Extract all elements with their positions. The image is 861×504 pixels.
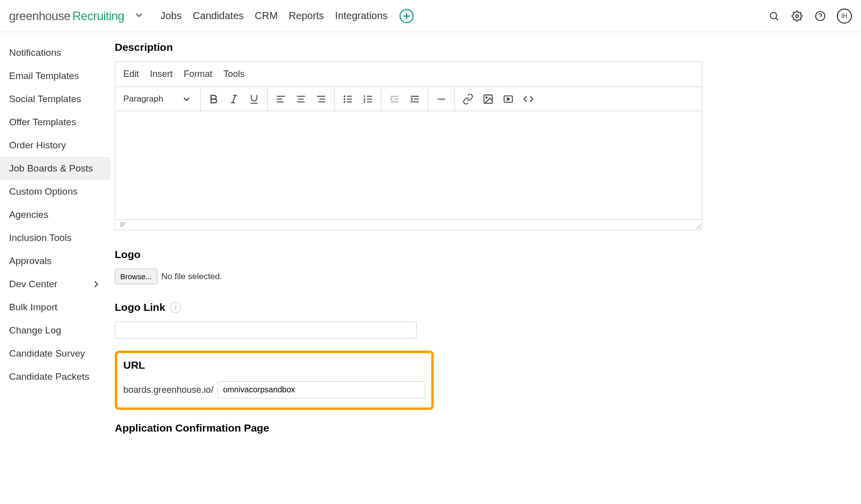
logo-heading: Logo [115, 248, 702, 261]
svg-line-3 [776, 18, 778, 20]
logo-link-input[interactable] [115, 321, 417, 339]
sidebar-item-offer-templates[interactable]: Offer Templates [0, 111, 111, 134]
editor-menu-insert[interactable]: Insert [150, 69, 173, 79]
align-left-button[interactable] [271, 89, 291, 109]
sidebar-item-candidate-packets[interactable]: Candidate Packets [0, 365, 111, 388]
url-slug-input[interactable] [217, 381, 425, 398]
description-heading: Description [115, 41, 702, 53]
search-button[interactable] [767, 10, 780, 23]
sidebar-item-label: Candidate Survey [9, 348, 85, 359]
horizontal-rule-icon [436, 94, 447, 105]
indent-button[interactable] [405, 89, 425, 109]
nav-jobs[interactable]: Jobs [161, 10, 182, 22]
align-left-icon [275, 94, 286, 105]
sidebar-item-social-templates[interactable]: Social Templates [0, 88, 111, 111]
outdent-icon [389, 94, 400, 105]
editor-menu-tools[interactable]: Tools [223, 69, 245, 79]
block-format-dropdown[interactable]: Paragraph [115, 87, 201, 111]
sidebar-item-candidate-survey[interactable]: Candidate Survey [0, 342, 111, 365]
nav-candidates[interactable]: Candidates [193, 10, 244, 22]
numbered-list-button[interactable]: 123 [358, 89, 378, 109]
avatar-initials: IH [841, 13, 847, 20]
sidebar-item-dev-center[interactable]: Dev Center [0, 273, 111, 296]
sidebar-item-change-log[interactable]: Change Log [0, 319, 111, 342]
editor-status-bar: P [115, 220, 702, 230]
horizontal-rule-button[interactable] [431, 89, 451, 109]
editor-path: P [120, 221, 125, 229]
add-button[interactable] [400, 9, 414, 23]
chevron-down-icon [181, 94, 192, 105]
sidebar-item-label: Email Templates [9, 70, 79, 81]
image-button[interactable] [478, 89, 498, 109]
svg-line-9 [232, 95, 236, 103]
sidebar-item-label: Custom Options [9, 186, 77, 197]
bold-button[interactable] [204, 89, 224, 109]
editor-menu-edit[interactable]: Edit [123, 69, 139, 79]
align-center-button[interactable] [291, 89, 311, 109]
top-bar: greenhouse Recruiting Jobs Candidates CR… [0, 0, 861, 32]
sidebar-item-label: Offer Templates [9, 117, 76, 128]
svg-point-20 [344, 96, 345, 97]
nav-reports[interactable]: Reports [289, 10, 324, 22]
bullet-list-button[interactable] [338, 89, 358, 109]
underline-button[interactable] [244, 89, 264, 109]
sidebar-item-label: Inclusion Tools [9, 232, 71, 243]
sidebar-item-job-boards-posts[interactable]: Job Boards & Posts [0, 157, 111, 180]
image-icon [483, 94, 494, 105]
description-editor: Edit Insert Format Tools Paragraph [115, 61, 702, 230]
sidebar-item-approvals[interactable]: Approvals [0, 249, 111, 273]
sidebar-item-bulk-import[interactable]: Bulk Import [0, 296, 111, 319]
nav-integrations[interactable]: Integrations [335, 10, 388, 22]
org-switcher-chevron[interactable] [133, 10, 144, 23]
svg-point-4 [796, 15, 799, 18]
sidebar-item-agencies[interactable]: Agencies [0, 203, 111, 226]
outdent-button[interactable] [384, 89, 405, 109]
avatar[interactable]: IH [837, 9, 852, 24]
italic-button[interactable] [224, 89, 244, 109]
logo[interactable]: greenhouse Recruiting [9, 9, 124, 23]
numbered-list-icon: 123 [362, 94, 373, 105]
svg-point-40 [486, 97, 487, 98]
sidebar-item-label: Social Templates [9, 94, 81, 105]
sidebar-item-email-templates[interactable]: Email Templates [0, 64, 111, 88]
url-heading: URL [123, 359, 425, 371]
sidebar-item-label: Change Log [9, 325, 61, 336]
logo-text-greenhouse: greenhouse [9, 9, 70, 23]
browse-button[interactable]: Browse... [115, 269, 158, 284]
url-prefix-text: boards.greenhouse.io/ [123, 385, 213, 395]
sidebar-item-label: Dev Center [9, 279, 57, 290]
code-button[interactable] [518, 89, 538, 109]
sidebar-item-notifications[interactable]: Notifications [0, 41, 111, 64]
link-icon [462, 94, 474, 105]
main-content: Description Edit Insert Format Tools Par… [111, 32, 715, 442]
sidebar-item-label: Agencies [9, 209, 48, 220]
topbar-right: IH [767, 9, 852, 24]
link-button[interactable] [458, 89, 478, 109]
block-format-label: Paragraph [123, 94, 163, 104]
bold-icon [208, 94, 219, 105]
sidebar-item-custom-options[interactable]: Custom Options [0, 180, 111, 203]
svg-point-21 [344, 99, 345, 100]
logo-link-info-button[interactable]: i [170, 302, 181, 313]
code-icon [523, 94, 534, 105]
resize-handle-icon[interactable] [696, 224, 701, 229]
help-button[interactable] [814, 10, 827, 23]
help-icon [815, 11, 826, 22]
sidebar-item-label: Approvals [9, 256, 52, 267]
settings-button[interactable] [791, 10, 804, 23]
plus-icon [401, 11, 412, 22]
bullet-list-icon [342, 94, 353, 105]
align-right-button[interactable] [311, 89, 331, 109]
video-button[interactable] [498, 89, 518, 109]
italic-icon [228, 94, 240, 105]
editor-menu-format[interactable]: Format [184, 69, 212, 79]
editor-body[interactable] [115, 111, 702, 220]
nav-crm[interactable]: CRM [255, 10, 278, 22]
svg-line-45 [700, 228, 701, 229]
chevron-right-icon [91, 279, 102, 290]
sidebar-item-order-history[interactable]: Order History [0, 134, 111, 157]
sidebar-item-label: Job Boards & Posts [9, 163, 93, 174]
sidebar-item-inclusion-tools[interactable]: Inclusion Tools [0, 226, 111, 249]
sidebar-item-label: Order History [9, 140, 66, 151]
url-section-highlighted: URL boards.greenhouse.io/ [115, 351, 434, 410]
